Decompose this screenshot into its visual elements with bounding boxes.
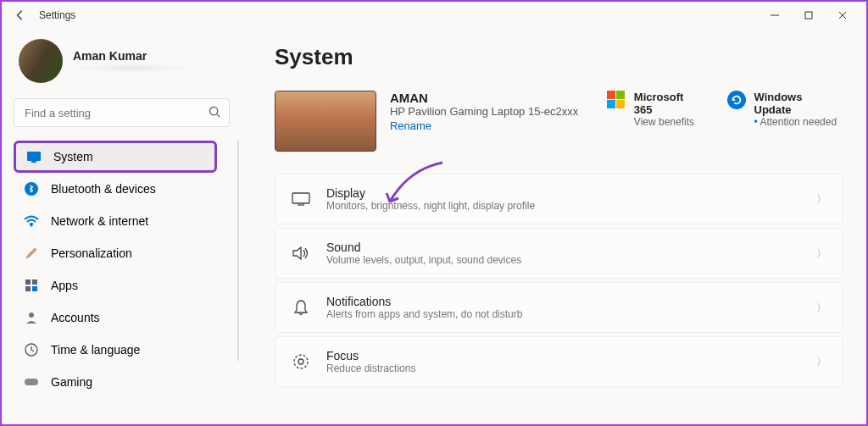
sidebar-item-accounts[interactable]: Accounts [14,302,217,334]
setting-title: Notifications [326,295,801,308]
svg-rect-9 [32,279,37,285]
profile-name: Aman Kumar [73,49,192,63]
m365-link[interactable]: Microsoft 365 View benefits [607,91,705,128]
sidebar-item-gaming[interactable]: Gaming [14,366,217,398]
profile-email-redacted [73,63,192,73]
titlebar: Settings [2,2,866,29]
minimize-button[interactable] [758,3,792,27]
svg-point-7 [31,224,33,227]
setting-notifications[interactable]: Notifications Alerts from apps and syste… [275,282,843,333]
svg-point-12 [29,313,34,318]
nav-label: Accounts [51,311,100,324]
brush-icon [24,246,39,261]
setting-desc: Alerts from apps and system, do not dist… [326,308,801,320]
setting-desc: Volume levels, output, input, sound devi… [326,254,801,266]
sidebar-item-bluetooth[interactable]: Bluetooth & devices [14,173,217,205]
device-row: AMAN HP Pavilion Gaming Laptop 15-ec2xxx… [275,91,843,152]
nav-label: Apps [51,279,78,292]
bell-icon [291,299,311,316]
nav-label: Time & language [51,343,140,357]
page-title: System [275,44,843,70]
clock-icon [24,342,39,357]
setting-title: Sound [326,241,801,254]
nav-label: Bluetooth & devices [51,182,156,196]
svg-rect-11 [32,286,37,291]
nav-label: System [53,150,93,163]
svg-rect-8 [25,279,31,285]
setting-display[interactable]: Display Monitors, brightness, night ligh… [275,174,843,224]
device-info: AMAN HP Pavilion Gaming Laptop 15-ec2xxx… [390,91,593,133]
svg-rect-1 [805,12,812,19]
wu-sub: Attention needed [754,116,843,128]
svg-rect-14 [25,379,38,385]
setting-desc: Reduce distractions [326,362,801,374]
nav-label: Gaming [51,375,92,389]
m365-sub: View benefits [634,116,705,128]
setting-desc: Monitors, brightness, night light, displ… [326,200,801,212]
avatar [19,39,63,83]
chevron-right-icon: 〉 [816,301,826,315]
setting-sound[interactable]: Sound Volume levels, output, input, soun… [275,228,843,279]
svg-rect-5 [31,161,36,163]
bluetooth-icon [24,181,39,196]
setting-focus[interactable]: Focus Reduce distractions 〉 [275,336,843,387]
wifi-icon [24,213,39,229]
gamepad-icon [24,374,39,390]
sidebar-item-personalization[interactable]: Personalization [14,237,217,269]
svg-rect-10 [25,286,31,291]
focus-icon [291,353,311,370]
window-title: Settings [39,9,75,21]
search-input[interactable] [14,98,230,127]
nav-label: Personalization [51,246,132,260]
sound-icon [291,246,311,261]
svg-point-18 [298,359,303,364]
device-name: AMAN [390,91,593,105]
user-icon [24,310,39,325]
chevron-right-icon: 〉 [816,246,826,261]
search-container [14,98,230,127]
device-preview[interactable] [275,91,376,152]
back-button[interactable] [8,3,32,27]
svg-rect-15 [292,193,309,203]
sidebar-item-time[interactable]: Time & language [14,334,217,366]
nav: System Bluetooth & devices Network & int… [14,141,248,398]
close-button[interactable] [826,3,860,27]
sidebar-item-apps[interactable]: Apps [14,269,217,302]
search-icon [209,106,221,122]
system-icon [26,149,42,164]
window-controls [758,3,860,27]
sidebar-item-system[interactable]: System [14,141,217,173]
windows-update-link[interactable]: Windows Update Attention needed [727,91,843,128]
setting-title: Display [326,186,801,200]
chevron-right-icon: 〉 [816,355,826,369]
svg-point-2 [209,107,217,114]
m365-title: Microsoft 365 [634,91,705,116]
settings-list: Display Monitors, brightness, night ligh… [275,174,843,387]
update-icon [727,91,746,109]
apps-icon [24,278,39,293]
chevron-right-icon: 〉 [816,192,826,207]
device-model: HP Pavilion Gaming Laptop 15-ec2xxx [390,105,593,118]
sidebar: Aman Kumar System Bluetooth & devices Ne… [2,29,248,424]
quick-links: Microsoft 365 View benefits Windows Upda… [607,91,843,128]
rename-link[interactable]: Rename [390,119,431,132]
nav-label: Network & internet [51,214,148,228]
svg-line-3 [217,114,220,117]
wu-title: Windows Update [754,91,843,116]
maximize-button[interactable] [792,3,826,27]
main-content: System AMAN HP Pavilion Gaming Laptop 15… [248,29,866,424]
svg-point-17 [294,355,308,368]
setting-title: Focus [326,349,801,362]
microsoft-logo-icon [607,91,626,109]
svg-rect-4 [27,152,41,161]
display-icon [291,192,311,206]
profile-section[interactable]: Aman Kumar [14,39,248,83]
scrollbar[interactable] [237,141,239,361]
sidebar-item-network[interactable]: Network & internet [14,205,217,237]
